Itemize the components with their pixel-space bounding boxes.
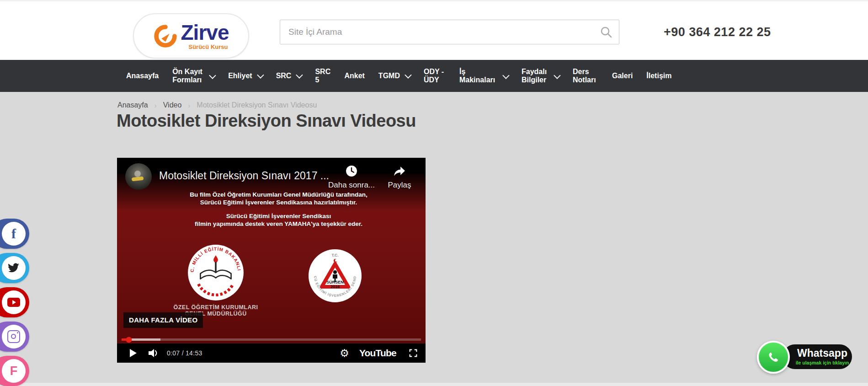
foursquare-icon: F [10,364,18,378]
page-title: Motosiklet Direksiyon Sınavı Videosu [117,111,416,131]
social-sidebar: f F [0,219,29,386]
progress-buffered [129,338,160,341]
logo-swirl-icon [154,24,177,48]
header: Zirve Sürücü Kursu +90 364 212 22 25 [0,0,868,61]
content-area: Anasayfa › Video › Motosiklet Direksiyon… [0,92,868,386]
chevron-down-icon [257,72,264,79]
player-controls: 0:07 / 14:53 ⚙ YouTube [117,343,426,363]
whatsapp-icon [757,341,790,374]
nav-item-ody-udy[interactable]: ODY - ÜDY [424,68,446,85]
breadcrumb-current: Motosiklet Direksiyon Sınavı Videosu [197,101,317,109]
nav-item-on-kayit-formlari[interactable]: Ön Kayıt Formları [172,68,214,85]
nav-item-anasayfa[interactable]: Anasayfa [126,72,159,80]
youtube-logo[interactable]: YouTube [359,348,396,359]
play-button[interactable] [130,349,137,357]
breadcrumb-anasayfa[interactable]: Anasayfa [117,101,148,109]
more-videos-button[interactable]: DAHA FAZLA VİDEO [123,312,203,328]
breadcrumb-video[interactable]: Video [163,101,182,109]
watch-later-label: Daha sonra... [328,181,375,190]
nav-item-src5[interactable]: SRC 5 [315,68,330,85]
search-input[interactable] [280,27,600,37]
nav-item-iletisim[interactable]: İletişim [646,72,671,80]
youtube-icon [7,298,20,307]
youtube-button[interactable] [0,287,29,317]
watch-later-button[interactable]: Daha sonra... [326,165,377,190]
time-display: 0:07 / 14:53 [167,349,202,357]
nav-item-anket[interactable]: Anket [344,72,364,80]
instagram-icon [7,330,20,343]
meb-logo: T.C. MİLLİ EĞİTİM BAKANLIĞI [187,244,245,301]
progress-bar[interactable] [122,338,421,341]
chevron-down-icon [296,72,304,79]
nav-item-src[interactable]: SRC [276,72,302,80]
main-nav: Anasayfa Ön Kayıt Formları Ehliyet SRC S… [0,60,868,92]
channel-avatar[interactable] [125,163,152,190]
site-search [280,20,619,44]
svg-text:SÜRSEN: SÜRSEN [326,280,344,284]
nav-item-faydali-bilgiler[interactable]: Faydalı Bilgiler [522,68,559,85]
share-label: Paylaş [388,181,411,190]
foursquare-button[interactable]: F [0,356,29,386]
clock-icon [346,165,357,177]
nav-item-is-makinalari[interactable]: İş Makinaları [459,68,508,85]
chevron-down-icon [554,72,561,79]
logo-brand-text: Zirve [181,22,229,43]
chevron-down-icon [209,72,216,79]
search-icon[interactable] [600,26,612,38]
progress-playhead[interactable] [126,337,132,343]
svg-text:2016: 2016 [330,284,340,289]
nav-item-tgmd[interactable]: TGMD [378,72,410,80]
share-icon [393,165,406,177]
instagram-button[interactable] [0,322,29,352]
whatsapp-button[interactable]: Whatsapp ile ulaşmak için tıklayın [757,340,855,378]
whatsapp-label: Whatsapp [797,348,847,359]
nav-item-ders-notlari[interactable]: Ders Notları [573,68,598,85]
breadcrumb: Anasayfa › Video › Motosiklet Direksiyon… [117,101,317,109]
fullscreen-icon[interactable] [408,348,418,358]
facebook-button[interactable]: f [0,219,29,249]
nav-item-ehliyet[interactable]: Ehliyet [228,72,262,80]
logo-tagline: Sürücü Kursu [189,44,228,50]
facebook-icon: f [11,226,16,241]
settings-gear-icon[interactable]: ⚙ [340,348,349,359]
volume-icon[interactable] [148,347,160,359]
twitter-icon [8,263,20,273]
site-logo[interactable]: Zirve Sürücü Kursu [133,13,249,59]
video-overlay-text: Bu film Özel Öğretim Kurumları Genel Müd… [124,191,426,228]
page: Zirve Sürücü Kursu +90 364 212 22 25 Ana… [0,0,868,386]
chevron-down-icon [405,72,412,79]
svg-text:T.C.: T.C. [331,253,338,257]
whatsapp-sublabel: ile ulaşmak için tıklayın [796,360,849,365]
sursen-logo: T.C. SÜRÜCÜ EĞİTİMİ İŞVERENLERİ SENDİKAS… [308,248,362,303]
share-button[interactable]: Paylaş [381,165,418,190]
breadcrumb-separator: › [154,102,157,109]
chevron-down-icon [502,72,510,79]
video-title[interactable]: Motosiklet Direksiyon Sınavı 2017 ... [159,170,329,182]
footer-strip [0,383,868,386]
phone-number: +90 364 212 22 25 [664,25,771,39]
nav-item-galeri[interactable]: Galeri [612,72,633,80]
youtube-video-player[interactable]: Motosiklet Direksiyon Sınavı 2017 ... Da… [117,158,426,363]
twitter-button[interactable] [0,253,29,283]
breadcrumb-separator: › [188,102,190,109]
